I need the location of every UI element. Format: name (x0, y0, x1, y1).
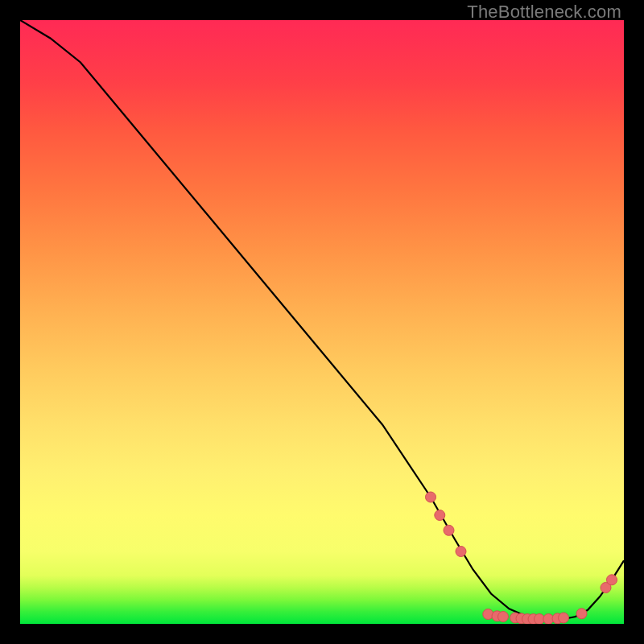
bottleneck-curve (20, 20, 624, 619)
plot-area (20, 20, 624, 624)
data-marker (426, 492, 436, 502)
data-marker (444, 525, 454, 535)
data-marker (576, 609, 587, 619)
data-marker (456, 547, 466, 557)
chart-stage: TheBottleneck.com (0, 0, 644, 644)
data-marker (607, 575, 617, 585)
data-marker (498, 612, 509, 622)
data-marker (483, 609, 493, 620)
data-marker (435, 510, 445, 521)
data-markers (426, 492, 617, 624)
data-marker (559, 613, 569, 623)
chart-overlay (20, 20, 624, 624)
